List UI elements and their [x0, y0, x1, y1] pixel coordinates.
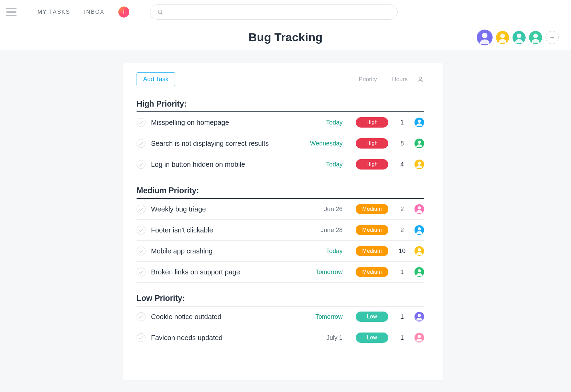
canvas: Add Task Priority Hours High Priority:Mi…: [0, 51, 571, 392]
column-header-hours: Hours: [392, 76, 408, 83]
task-hours: 1: [392, 313, 412, 320]
task-assignee-avatar[interactable]: [414, 139, 424, 148]
task-due-date: Today: [298, 119, 343, 126]
task-row[interactable]: Weekly bug triageJun 26Medium2: [137, 199, 424, 220]
priority-pill: Low: [356, 333, 388, 343]
task-assignee-avatar[interactable]: [414, 118, 424, 127]
priority-pill: Medium: [356, 246, 388, 256]
complete-task-checkbox[interactable]: [137, 333, 146, 342]
complete-task-checkbox[interactable]: [137, 312, 146, 321]
check-icon: [139, 336, 143, 340]
task-due-date: June 28: [298, 227, 343, 234]
task-title: Log in button hidden on mobile: [151, 161, 298, 168]
page-title: Bug Tracking: [248, 31, 322, 44]
svg-point-5: [482, 33, 487, 38]
svg-point-24: [418, 227, 421, 230]
task-assignee-avatar[interactable]: [414, 160, 424, 169]
task-due-date: Tomorrow: [298, 313, 343, 320]
priority-pill: Medium: [356, 204, 388, 214]
svg-point-30: [418, 314, 421, 317]
svg-point-7: [500, 33, 505, 38]
plus-icon: [549, 35, 555, 40]
task-title: Misspelling on homepage: [151, 119, 298, 127]
member-avatar[interactable]: [529, 31, 542, 44]
complete-task-checkbox[interactable]: [137, 226, 146, 235]
priority-pill: High: [356, 117, 388, 128]
task-row[interactable]: Cookie notice outdatedTomorrowLow1: [137, 306, 424, 327]
add-button[interactable]: [118, 7, 129, 18]
check-icon: [139, 142, 143, 145]
member-avatar[interactable]: [477, 30, 493, 45]
task-due-date: July 1: [298, 334, 343, 341]
svg-point-9: [517, 33, 521, 38]
task-due-date: Tomorrow: [298, 269, 343, 276]
task-row[interactable]: Favicon needs updatedJuly 1Low1: [137, 327, 424, 348]
task-row[interactable]: Broken links on support pageTomorrowMedi…: [137, 262, 424, 283]
svg-point-11: [533, 33, 538, 38]
task-hours: 2: [392, 206, 412, 213]
search-icon: [157, 9, 163, 15]
add-task-button[interactable]: Add Task: [137, 72, 175, 86]
task-assignee-avatar[interactable]: [414, 246, 424, 256]
task-row[interactable]: Search is not displaying correct results…: [137, 133, 424, 154]
task-row[interactable]: Log in button hidden on mobileTodayHigh4: [137, 154, 424, 175]
hamburger-menu-icon[interactable]: [6, 6, 18, 18]
task-hours: 1: [392, 334, 412, 341]
task-title: Favicon needs updated: [151, 334, 298, 342]
card-header: Add Task Priority Hours: [137, 72, 424, 86]
task-assignee-avatar[interactable]: [414, 204, 424, 214]
section-title: Low Priority:: [137, 294, 424, 306]
task-title: Weekly bug triage: [151, 205, 298, 213]
check-icon: [139, 121, 143, 124]
task-row[interactable]: Mobile app crashingTodayMedium10: [137, 241, 424, 262]
svg-point-16: [418, 120, 421, 123]
task-hours: 1: [392, 119, 412, 126]
task-assignee-avatar[interactable]: [414, 333, 424, 342]
search-field[interactable]: [150, 4, 398, 20]
check-icon: [139, 228, 143, 232]
complete-task-checkbox[interactable]: [137, 139, 146, 148]
svg-point-28: [418, 269, 421, 272]
svg-point-32: [418, 335, 421, 338]
section-title: High Priority:: [137, 99, 424, 112]
add-member-button[interactable]: [546, 31, 559, 44]
divider: [25, 4, 25, 20]
task-due-date: Wednesday: [298, 140, 343, 147]
task-title: Search is not displaying correct results: [151, 140, 298, 148]
complete-task-checkbox[interactable]: [137, 247, 146, 255]
task-assignee-avatar[interactable]: [414, 225, 424, 235]
task-section: Medium Priority:Weekly bug triageJun 26M…: [137, 186, 424, 283]
assignee-column-icon: [417, 76, 424, 83]
task-due-date: Today: [298, 161, 343, 168]
complete-task-checkbox[interactable]: [137, 268, 146, 276]
section-title: Medium Priority:: [137, 186, 424, 199]
complete-task-checkbox[interactable]: [137, 205, 146, 214]
task-section: Low Priority:Cookie notice outdatedTomor…: [137, 294, 424, 348]
task-card: Add Task Priority Hours High Priority:Mi…: [123, 63, 443, 380]
member-avatar[interactable]: [496, 31, 509, 44]
complete-task-checkbox[interactable]: [137, 160, 146, 169]
check-icon: [139, 270, 143, 274]
column-header-priority: Priority: [359, 76, 377, 83]
task-assignee-avatar[interactable]: [414, 312, 424, 322]
project-members: [477, 30, 559, 45]
topbar: MY TASKS INBOX: [0, 0, 571, 24]
task-row[interactable]: Misspelling on homepageTodayHigh1: [137, 112, 424, 133]
task-assignee-avatar[interactable]: [414, 267, 424, 277]
task-title: Cookie notice outdated: [151, 313, 298, 321]
search-input[interactable]: [168, 9, 390, 15]
check-icon: [139, 249, 143, 253]
svg-point-26: [418, 248, 421, 251]
nav-inbox[interactable]: INBOX: [84, 9, 105, 15]
task-row[interactable]: Footer isn't clickableJune 28Medium2: [137, 220, 424, 241]
task-due-date: Jun 26: [298, 206, 343, 213]
nav-my-tasks[interactable]: MY TASKS: [37, 9, 70, 15]
task-hours: 4: [392, 161, 412, 168]
subheader: Bug Tracking: [0, 24, 571, 51]
priority-pill: High: [356, 138, 388, 149]
check-icon: [139, 163, 143, 166]
priority-pill: Low: [356, 312, 388, 322]
member-avatar[interactable]: [513, 31, 526, 44]
complete-task-checkbox[interactable]: [137, 118, 146, 127]
svg-point-2: [158, 10, 162, 14]
